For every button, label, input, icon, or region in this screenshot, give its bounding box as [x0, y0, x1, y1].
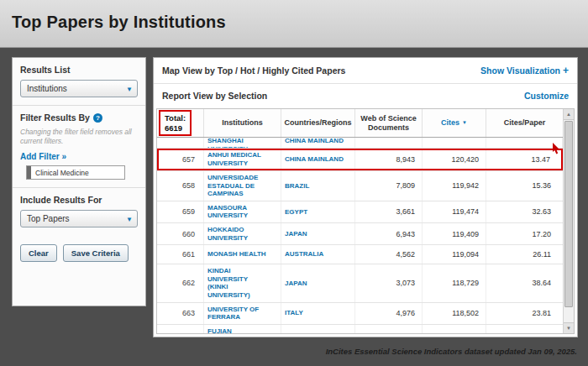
table-row[interactable]: 661 MONASH HEALTH AUSTRALIA 4,562 119,09…	[157, 245, 563, 264]
institution-link[interactable]: MANSOURA UNIVERSITY	[204, 201, 281, 222]
institution-link[interactable]: MONASH HEALTH	[204, 245, 281, 264]
country-link[interactable]: ITALY	[281, 303, 355, 324]
rank-cell: 659	[157, 201, 204, 222]
cites-per-paper-cell: 26.11	[486, 245, 563, 264]
include-results-label: Include Results For	[20, 195, 138, 205]
results-grid: Total: 6619 Institutions Countries/Regio…	[157, 109, 563, 333]
scroll-down-icon[interactable]: ▼	[564, 322, 574, 333]
institution-link: SHANGHAI UNIVERSITY	[207, 138, 277, 149]
cites-cell: 119,474	[423, 201, 486, 222]
docs-cell: 6,943	[355, 223, 423, 244]
report-view-title: Report View by Selection	[162, 91, 267, 101]
table-row[interactable]: 659 MANSOURA UNIVERSITY EGYPT 3,661 119,…	[157, 201, 563, 223]
table-row[interactable]: 664 FUJIAN MEDICAL UNIVERSITY CHINA MAIN…	[157, 325, 563, 334]
rank-cell: 661	[157, 245, 204, 264]
country-link[interactable]: BRAZIL	[281, 171, 355, 201]
page-title: Top Papers by Institutions	[0, 0, 588, 32]
docs-cell: 3,073	[355, 264, 423, 301]
table-row[interactable]: 663 UNIVERSITY OF FERRARA ITALY 4,976 11…	[157, 303, 563, 325]
docs-cell: 7,809	[355, 171, 423, 201]
main-panel: Map View by Top / Hot / Highly Cited Pap…	[153, 57, 578, 337]
cites-cell: 118,502	[423, 303, 486, 324]
clear-button[interactable]: Clear	[20, 244, 57, 262]
country-link[interactable]: JAPAN	[281, 264, 355, 301]
include-results-value: Top Papers	[27, 214, 70, 223]
cites-cell: 119,094	[423, 245, 486, 264]
filter-chip-clinical-medicine[interactable]: Clinical Medicine	[26, 165, 125, 180]
cites-per-paper-cell: 32.63	[486, 201, 563, 222]
column-header-total: Total: 6619	[157, 109, 204, 137]
table-row[interactable]: 660 HOKKAIDO UNIVERSITY JAPAN 6,943 119,…	[157, 223, 563, 245]
dataset-updated-note: InCites Essential Science Indicators dat…	[326, 347, 577, 356]
cites-per-paper-cell: 17.20	[486, 223, 563, 244]
column-header-cites-per-paper[interactable]: Cites/Paper	[486, 109, 563, 137]
vertical-scrollbar[interactable]: ▲ ▼	[563, 109, 574, 333]
docs-cell: 8,943	[355, 149, 423, 170]
column-header-wos-documents[interactable]: Web of Science Documents	[355, 109, 423, 137]
rank-cell: 660	[157, 223, 204, 244]
annotation-box-total: Total: 6619	[159, 110, 192, 137]
map-view-bar: Map View by Top / Hot / Highly Cited Pap…	[154, 58, 577, 84]
country-link[interactable]: CHINA MAINLAND	[281, 149, 355, 170]
rank-cell: 658	[157, 171, 204, 201]
docs-cell: 4,976	[355, 303, 423, 324]
column-header-cites[interactable]: Cites▼	[423, 109, 486, 137]
include-results-select[interactable]: Top Papers ▼	[20, 210, 138, 227]
rank-cell: 662	[157, 264, 204, 301]
sort-desc-icon: ▼	[462, 120, 467, 126]
sidebar: Results List Institutions ▼ Filter Resul…	[12, 57, 146, 306]
results-list-value: Institutions	[27, 84, 67, 93]
plus-icon: +	[563, 65, 569, 76]
cites-per-paper-cell: 13.47	[486, 149, 563, 170]
filter-note: Changing the filter field removes all cu…	[20, 128, 138, 146]
rank-cell: 664	[157, 325, 204, 334]
save-criteria-button[interactable]: Save Criteria	[63, 244, 129, 262]
cites-cell: 119,409	[423, 223, 486, 244]
results-list-label: Results List	[20, 65, 138, 75]
column-header-institutions[interactable]: Institutions	[204, 109, 281, 137]
table-row[interactable]: 657 ANHUI MEDICAL UNIVERSITY CHINA MAINL…	[157, 149, 563, 171]
docs-cell: 3,661	[355, 201, 423, 222]
institution-link[interactable]: UNIVERSIDADE ESTADUAL DE CAMPINAS	[204, 171, 281, 201]
help-icon[interactable]: ?	[93, 113, 102, 123]
institution-link[interactable]: HOKKAIDO UNIVERSITY	[204, 223, 281, 244]
add-filter-link[interactable]: Add Filter »	[20, 152, 66, 161]
institution-link[interactable]: FUJIAN MEDICAL UNIVERSITY	[204, 325, 281, 334]
scroll-up-icon[interactable]: ▲	[564, 109, 574, 120]
report-view-bar: Report View by Selection Customize	[154, 84, 577, 107]
docs-cell: 11,512	[355, 325, 423, 334]
country-link[interactable]: JAPAN	[281, 223, 355, 244]
institution-link[interactable]: KINDAI UNIVERSITY (KINKI UNIVERSITY)	[204, 264, 281, 301]
country-link[interactable]: CHINA MAINLAND	[281, 325, 355, 334]
docs-cell: 4,562	[355, 245, 423, 264]
institution-link[interactable]: ANHUI MEDICAL UNIVERSITY	[204, 149, 281, 170]
cites-cell: 120,420	[423, 149, 486, 170]
country-link[interactable]: AUSTRALIA	[281, 245, 355, 264]
column-header-countries[interactable]: Countries/Regions	[281, 109, 355, 137]
total-label: Total:	[165, 113, 186, 123]
table-row[interactable]: 662 KINDAI UNIVERSITY (KINKI UNIVERSITY)…	[157, 264, 563, 302]
table-row[interactable]: 658 UNIVERSIDADE ESTADUAL DE CAMPINAS BR…	[157, 171, 563, 201]
cites-per-paper-cell: 10.25	[486, 325, 563, 334]
total-value: 6619	[165, 123, 186, 133]
table-header-row: Total: 6619 Institutions Countries/Regio…	[157, 109, 563, 138]
results-table: Total: 6619 Institutions Countries/Regio…	[156, 108, 575, 334]
scrollbar-thumb[interactable]	[564, 121, 573, 307]
country-link: CHINA MAINLAND	[285, 138, 344, 145]
cites-per-paper-cell: 23.81	[486, 303, 563, 324]
cites-cell: 119,942	[423, 171, 486, 201]
cites-per-paper-cell: 38.64	[486, 264, 563, 301]
results-list-select[interactable]: Institutions ▼	[20, 80, 138, 97]
show-visualization-link[interactable]: Show Visualization+	[480, 65, 569, 76]
filter-by-label: Filter Results By?	[20, 112, 138, 123]
country-link[interactable]: EGYPT	[281, 201, 355, 222]
table-row-partial[interactable]: SHANGHAI UNIVERSITY CHINA MAINLAND	[157, 138, 563, 149]
cites-per-paper-cell: 15.36	[486, 171, 563, 201]
cites-cell: 118,729	[423, 264, 486, 301]
institution-link[interactable]: UNIVERSITY OF FERRARA	[204, 303, 281, 324]
map-view-title: Map View by Top / Hot / Highly Cited Pap…	[162, 65, 345, 76]
rank-cell: 663	[157, 303, 204, 324]
customize-link[interactable]: Customize	[524, 91, 569, 101]
chevron-down-icon: ▼	[126, 86, 133, 93]
rank-cell: 657	[157, 149, 204, 170]
